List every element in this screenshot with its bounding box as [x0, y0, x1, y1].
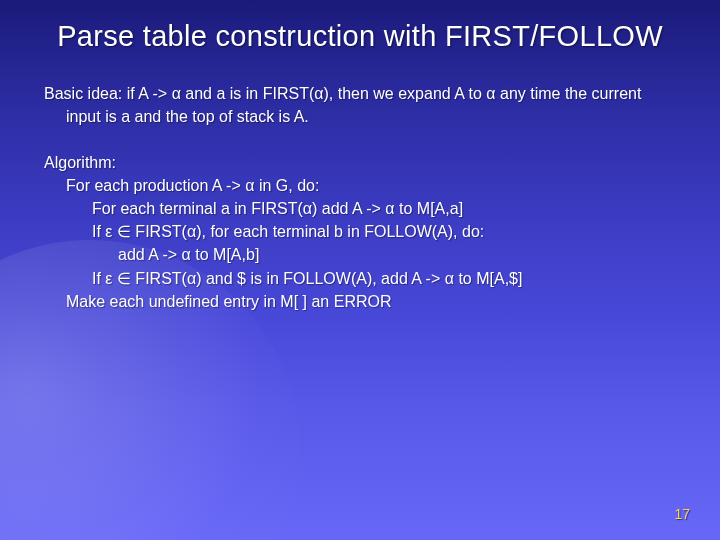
algorithm-line-4: add A -> α to M[A,b] — [44, 243, 676, 266]
algorithm-line-5: If ε ∈ FIRST(α) and $ is in FOLLOW(A), a… — [44, 267, 676, 290]
algorithm-line-6: Make each undefined entry in M[ ] an ERR… — [44, 290, 676, 313]
slide-body: Basic idea: if A -> α and a is in FIRST(… — [44, 82, 676, 313]
slide-title: Parse table construction with FIRST/FOLL… — [44, 18, 676, 54]
algorithm-line-3: If ε ∈ FIRST(α), for each terminal b in … — [44, 220, 676, 243]
algorithm-heading: Algorithm: — [44, 151, 676, 174]
page-number: 17 — [674, 506, 690, 522]
algorithm-line-2: For each terminal a in FIRST(α) add A ->… — [44, 197, 676, 220]
basic-idea-text: Basic idea: if A -> α and a is in FIRST(… — [44, 82, 676, 128]
slide: Parse table construction with FIRST/FOLL… — [0, 0, 720, 540]
algorithm-block: Algorithm: For each production A -> α in… — [44, 151, 676, 313]
algorithm-line-1: For each production A -> α in G, do: — [44, 174, 676, 197]
